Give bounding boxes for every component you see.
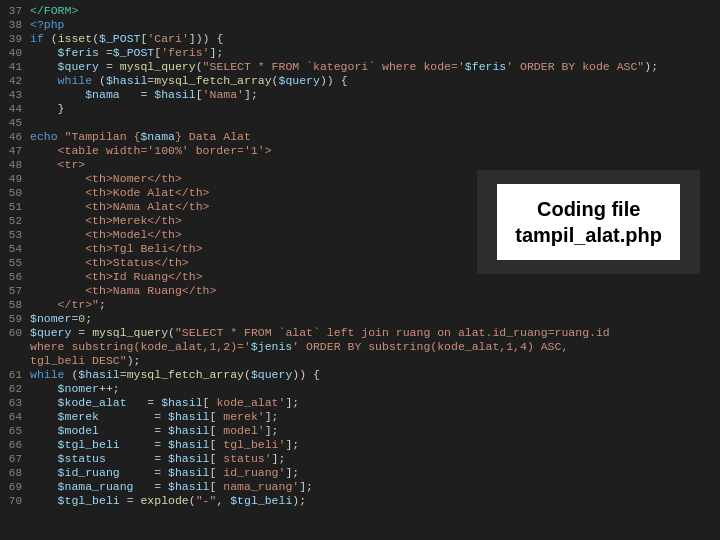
code-line-64: 64 $merek = $hasil[ merek'];	[0, 410, 720, 424]
line-content: $nomer=0;	[30, 312, 718, 326]
line-content: </FORM>	[30, 4, 718, 18]
line-content: $nama = $hasil['Nama'];	[30, 88, 718, 102]
code-line-65: 65 $model = $hasil[ model'];	[0, 424, 720, 438]
code-line-66: 66 $tgl_beli = $hasil[ tgl_beli'];	[0, 438, 720, 452]
code-line-59: 59 $nomer=0;	[0, 312, 720, 326]
line-content: $merek = $hasil[ merek'];	[30, 410, 718, 424]
code-line-60: 60 $query = mysql_query("SELECT * FROM `…	[0, 326, 720, 340]
line-number: 57	[2, 284, 30, 298]
line-number: 63	[2, 396, 30, 410]
line-number: 61	[2, 368, 30, 382]
line-content: <?php	[30, 18, 718, 32]
line-number: 53	[2, 228, 30, 242]
code-line-41: 41 $query = mysql_query("SELECT * FROM `…	[0, 60, 720, 74]
line-content: <th>Nama Ruang</th>	[30, 284, 718, 298]
code-line-40: 40 $feris =$_POST['feris'];	[0, 46, 720, 60]
line-content: $query = mysql_query("SELECT * FROM `kat…	[30, 60, 718, 74]
line-content: where substring(kode_alat,1,2)='$jenis' …	[30, 340, 718, 354]
line-number: 46	[2, 130, 30, 144]
line-number: 52	[2, 214, 30, 228]
line-number: 67	[2, 452, 30, 466]
code-line-63: 63 $kode_alat = $hasil[ kode_alat'];	[0, 396, 720, 410]
code-line-70: 70 $tgl_beli = explode("-", $tgl_beli);	[0, 494, 720, 508]
code-line-37: 37 </FORM>	[0, 4, 720, 18]
code-line-43: 43 $nama = $hasil['Nama'];	[0, 88, 720, 102]
line-number: 50	[2, 186, 30, 200]
line-content: tgl_beli DESC");	[30, 354, 718, 368]
line-content: </tr>";	[30, 298, 718, 312]
code-line-62: 62 $nomer++;	[0, 382, 720, 396]
line-content: }	[30, 102, 718, 116]
line-number: 47	[2, 144, 30, 158]
line-content: $id_ruang = $hasil[ id_ruang'];	[30, 466, 718, 480]
code-line-58: 58 </tr>";	[0, 298, 720, 312]
line-content: $feris =$_POST['feris'];	[30, 46, 718, 60]
line-content: $tgl_beli = $hasil[ tgl_beli'];	[30, 438, 718, 452]
annotation-subtitle: tampil_alat.php	[515, 224, 662, 246]
code-line-61: 61 while ($hasil=mysql_fetch_array($quer…	[0, 368, 720, 382]
line-content: $kode_alat = $hasil[ kode_alat'];	[30, 396, 718, 410]
line-number: 64	[2, 410, 30, 424]
code-line-45: 45	[0, 116, 720, 130]
annotation-title-line1: Coding file	[537, 198, 640, 220]
code-line-60b: where substring(kode_alat,1,2)='$jenis' …	[0, 340, 720, 354]
line-number: 44	[2, 102, 30, 116]
line-number: 43	[2, 88, 30, 102]
line-number: 65	[2, 424, 30, 438]
line-number: 54	[2, 242, 30, 256]
annotation-title: Coding file tampil_alat.php	[497, 184, 680, 260]
line-number: 70	[2, 494, 30, 508]
line-content: $tgl_beli = explode("-", $tgl_beli);	[30, 494, 718, 508]
line-number: 60	[2, 326, 30, 340]
code-line-69: 69 $nama_ruang = $hasil[ nama_ruang'];	[0, 480, 720, 494]
code-line-67: 67 $status = $hasil[ status'];	[0, 452, 720, 466]
line-number: 69	[2, 480, 30, 494]
line-number: 68	[2, 466, 30, 480]
line-number: 38	[2, 18, 30, 32]
line-number: 48	[2, 158, 30, 172]
line-content: echo "Tampilan {$nama} Data Alat	[30, 130, 718, 144]
code-container: 37 </FORM> 38 <?php 39 if (isset($_POST[…	[0, 0, 720, 540]
line-number: 59	[2, 312, 30, 326]
line-content: $nomer++;	[30, 382, 718, 396]
line-content: while ($hasil=mysql_fetch_array($query))…	[30, 368, 718, 382]
line-number: 41	[2, 60, 30, 74]
code-line-68: 68 $id_ruang = $hasil[ id_ruang'];	[0, 466, 720, 480]
line-number: 58	[2, 298, 30, 312]
line-content: while ($hasil=mysql_fetch_array($query))…	[30, 74, 718, 88]
line-content: <table width='100%' border='1'>	[30, 144, 718, 158]
code-line-60c: tgl_beli DESC");	[0, 354, 720, 368]
line-number: 55	[2, 256, 30, 270]
code-line-57: 57 <th>Nama Ruang</th>	[0, 284, 720, 298]
code-line-39: 39 if (isset($_POST['Cari'])) {	[0, 32, 720, 46]
line-content: $query = mysql_query("SELECT * FROM `ala…	[30, 326, 718, 340]
line-content: $model = $hasil[ model'];	[30, 424, 718, 438]
code-line-44: 44 }	[0, 102, 720, 116]
line-number: 66	[2, 438, 30, 452]
line-content: $status = $hasil[ status'];	[30, 452, 718, 466]
line-number: 51	[2, 200, 30, 214]
code-line-38: 38 <?php	[0, 18, 720, 32]
line-number: 39	[2, 32, 30, 46]
line-number: 42	[2, 74, 30, 88]
line-number: 37	[2, 4, 30, 18]
line-number: 56	[2, 270, 30, 284]
code-line-46: 46 echo "Tampilan {$nama} Data Alat	[0, 130, 720, 144]
line-number: 45	[2, 116, 30, 130]
line-content: $nama_ruang = $hasil[ nama_ruang'];	[30, 480, 718, 494]
annotation-box: Coding file tampil_alat.php	[477, 170, 700, 274]
line-content: if (isset($_POST['Cari'])) {	[30, 32, 718, 46]
line-number: 62	[2, 382, 30, 396]
code-line-47: 47 <table width='100%' border='1'>	[0, 144, 720, 158]
line-number: 40	[2, 46, 30, 60]
line-number: 49	[2, 172, 30, 186]
code-line-42: 42 while ($hasil=mysql_fetch_array($quer…	[0, 74, 720, 88]
